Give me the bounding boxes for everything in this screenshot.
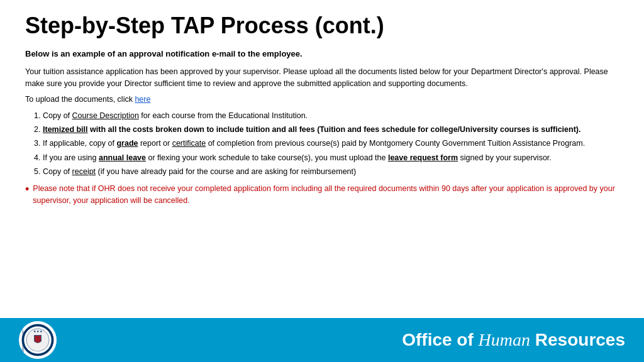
document-list: Copy of Course Description for each cour… <box>43 110 619 178</box>
footer-title-italic: Human <box>479 330 530 349</box>
grade-label: grade <box>116 139 138 148</box>
subtitle: Below is an example of an approval notif… <box>25 49 619 58</box>
upload-prompt-text: To upload the documents, click <box>25 95 135 104</box>
leave-request-form-label: leave request form <box>388 153 458 162</box>
bullet-icon: • <box>25 183 29 197</box>
list-item: Copy of Course Description for each cour… <box>43 110 619 122</box>
warning-text: Please note that if OHR does not receive… <box>33 183 619 207</box>
county-seal-icon: ★ ★ ★ MARYLAND MONTGOMERY COUNTY <box>21 324 54 356</box>
course-description-label: Course Description <box>72 111 139 120</box>
footer-title-start: Office of <box>402 330 478 349</box>
svg-text:MARYLAND: MARYLAND <box>31 351 44 353</box>
itemized-bill-label: Itemized bill <box>43 125 88 134</box>
page-title: Step-by-Step TAP Process (cont.) <box>25 13 619 39</box>
upload-link[interactable]: here <box>135 95 150 104</box>
receipt-label: receipt <box>72 167 96 176</box>
warning-note: • Please note that if OHR does not recei… <box>25 183 619 207</box>
list-item: Copy of receipt (if you have already pai… <box>43 166 619 178</box>
list-item: If applicable, copy of grade report or c… <box>43 138 619 150</box>
svg-text:★ ★ ★: ★ ★ ★ <box>33 329 43 333</box>
intro-text: Your tuition assistance application has … <box>25 66 619 90</box>
list-item: Itemized bill with all the costs broken … <box>43 124 619 136</box>
certificate-label: certificate <box>172 139 206 148</box>
footer-title: Office of Human Resources <box>402 330 625 350</box>
footer: ★ ★ ★ MARYLAND MONTGOMERY COUNTY Office … <box>0 318 644 362</box>
svg-text:MONTGOMERY COUNTY: MONTGOMERY COUNTY <box>22 329 25 352</box>
footer-logo: ★ ★ ★ MARYLAND MONTGOMERY COUNTY <box>19 321 57 359</box>
footer-title-end: Resources <box>530 330 625 349</box>
upload-text: To upload the documents, click here <box>25 95 619 104</box>
annual-leave-label: annual leave <box>99 153 146 162</box>
list-item: If you are using annual leave or flexing… <box>43 152 619 164</box>
main-content: Step-by-Step TAP Process (cont.) Below i… <box>0 0 644 318</box>
